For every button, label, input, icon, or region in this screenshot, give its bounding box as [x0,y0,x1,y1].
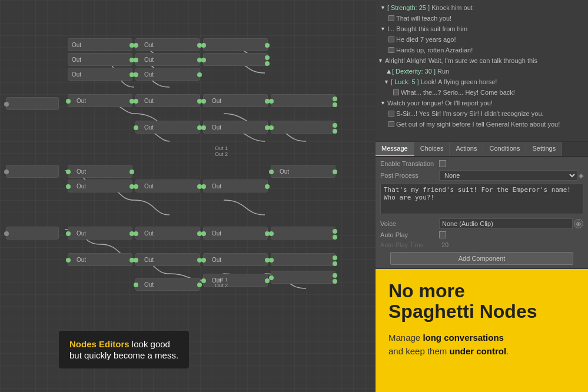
node-5[interactable]: Out [135,53,200,66]
tree-item-6[interactable]: ▼ Alright! Alright! Wait, I'm sure we ca… [376,55,588,66]
node-9[interactable]: Out [68,94,132,107]
node-21[interactable]: Out [68,227,132,240]
tree-text-2: That will teach you! [396,14,451,23]
tree-text-4: He died 7 years ago! [396,35,456,44]
node-18[interactable]: Out [68,180,132,192]
dialog-tree[interactable]: ▼ [ Strength: 25 ] Knock him out That wi… [376,0,588,141]
voice-row: Voice ◎ [380,218,583,229]
node-25[interactable]: Out [68,253,132,266]
yellow-panel: No more Spaghetti Nodes Manage long conv… [376,269,588,392]
tree-item-1[interactable]: ▼ [ Strength: 25 ] Knock him out [376,2,588,13]
node-4[interactable]: Out [68,53,132,66]
node-15[interactable] [271,121,335,134]
checkbox-icon-12 [388,121,394,127]
node-left-3[interactable] [6,227,59,240]
enable-translation-row: Enable Translation [380,160,583,167]
node-16[interactable]: Out [68,165,132,178]
subtitle-end: . [506,346,509,356]
checkbox-icon-9 [393,89,399,95]
voice-input[interactable] [439,218,573,229]
node-13[interactable]: Out [135,121,200,134]
inspector-body: Enable Translation Post Process None ◆ T… [376,157,588,268]
node-24[interactable] [271,227,335,240]
post-process-label: Post Process [380,172,439,179]
collapse-icon-1: ▼ [380,3,386,12]
collapse-icon-6: ▼ [378,56,383,65]
node-editor-panel: Out Out Out Out Out Out [0,0,376,392]
tree-item-4[interactable]: He died 7 years ago! [376,34,588,45]
node-3[interactable] [203,38,268,51]
node-10[interactable]: Out [135,94,200,107]
expand-icon-7: ▶ [384,69,393,74]
tree-item-5[interactable]: Hands up, rotten Azradian! [376,45,588,55]
node-left-1[interactable] [6,97,59,110]
node-26[interactable]: Out [135,253,200,266]
tree-text-3: I... Bought this suit from him [387,24,467,34]
description-line1: Nodes Editors look good [69,339,178,349]
auto-play-label: Auto Play [380,231,439,238]
node-30[interactable]: Out [203,274,268,287]
subtitle: Manage long conversations and keep them … [388,331,575,358]
tree-item-7[interactable]: ▶ [ Dexterity: 30 ] Run [376,66,588,77]
node-19[interactable]: Out [135,180,200,192]
node-7[interactable]: Out [68,68,132,81]
tree-item-10[interactable]: ▼ Watch your tongue! Or I'll report you! [376,98,588,108]
node-left-2[interactable] [6,165,59,178]
tree-text-10: Watch your tongue! Or I'll report you! [387,98,493,108]
auto-play-time-value: 20 [441,241,449,248]
tree-text-9: What... the...? Serio... Hey! Come back! [401,88,515,97]
auto-play-time-row: Auto Play Time 20 [380,241,583,248]
collapse-icon-10: ▼ [380,98,386,108]
subtitle-line1-part1: Manage [388,333,423,343]
tree-item-9[interactable]: What... the...? Serio... Hey! Come back! [376,87,588,98]
voice-select-btn[interactable]: ◎ [574,219,583,228]
subtitle-bold-2: under control [449,346,506,356]
inspector-tabs: Message Choices Actions Conditions Setti… [376,142,588,157]
title-line2: Spaghetti Nodes [388,301,537,322]
tree-item-12[interactable]: Get out of my sight before I tell Genera… [376,119,588,129]
node-27[interactable]: Out [203,253,268,266]
post-process-select[interactable]: None [439,170,577,181]
tree-text-5: Hands up, rotten Azradian! [396,45,473,55]
tab-message[interactable]: Message [376,142,414,156]
post-process-row: Post Process None ◆ [380,170,583,181]
tree-text-6: Alright! Alright! Wait, I'm sure we can … [385,56,537,65]
tree-item-8[interactable]: ▼ [ Luck: 5 ] Look! A flying green horse… [376,77,588,87]
checkbox-icon-2 [388,15,394,21]
tree-text-11: S-Sir...! Yes Sir! I'm sorry Sir! I didn… [396,109,544,118]
auto-play-row: Auto Play [380,231,583,238]
voice-label: Voice [380,220,439,227]
tab-conditions[interactable]: Conditions [483,142,526,156]
auto-play-time-label: Auto Play Time [380,241,439,248]
nodes-editor-description: Nodes Editors look good but quickly beco… [59,331,189,368]
node-8[interactable]: Out [135,68,200,81]
node-28[interactable] [271,253,335,266]
node-1[interactable]: Out [68,38,132,51]
node-2[interactable]: Out [135,38,200,51]
node-20[interactable]: Out [203,180,268,192]
inspector-panel: Message Choices Actions Conditions Setti… [376,141,588,269]
checkbox-icon-11 [388,111,394,117]
enable-translation-checkbox[interactable] [439,160,446,167]
node-23[interactable]: Out [203,227,268,240]
collapse-icon-3: ▼ [380,24,386,34]
tree-item-11[interactable]: S-Sir...! Yes Sir! I'm sorry Sir! I didn… [376,108,588,119]
tab-settings[interactable]: Settings [526,142,562,156]
node-14[interactable]: Out [203,121,268,134]
node-12[interactable] [271,94,335,107]
tree-item-3[interactable]: ▼ I... Bought this suit from him [376,24,588,34]
node-29[interactable]: Out [135,278,200,291]
node-31[interactable] [271,271,335,284]
enable-translation-label: Enable Translation [380,160,439,167]
tab-choices[interactable]: Choices [414,142,450,156]
tree-item-2[interactable]: That will teach you! [376,13,588,24]
node-11[interactable]: Out [203,94,268,107]
add-component-button[interactable]: Add Component [390,252,573,265]
node-6[interactable] [203,53,268,66]
message-textarea[interactable]: That's my friend's suit! For the Emperor… [380,184,583,214]
node-22[interactable]: Out [135,227,200,240]
auto-play-checkbox[interactable] [439,231,446,238]
tab-actions[interactable]: Actions [450,142,483,156]
main-title: No more Spaghetti Nodes [388,281,575,322]
node-17[interactable]: Out [271,165,335,178]
